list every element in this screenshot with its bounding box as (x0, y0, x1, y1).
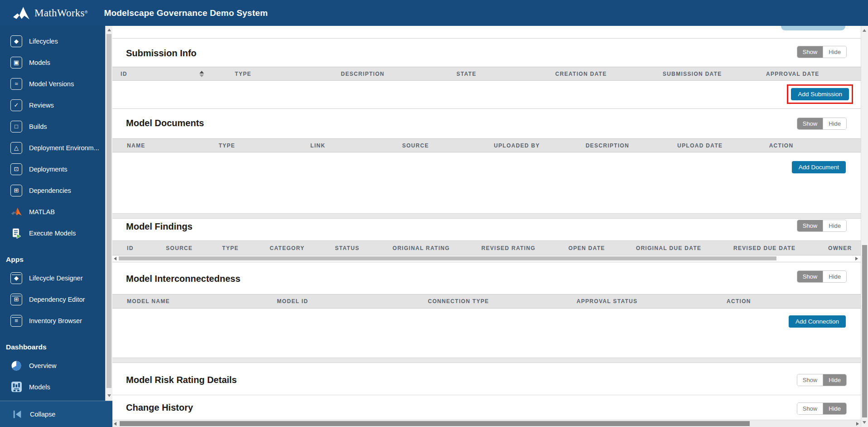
column-header-id: ID (121, 71, 235, 77)
scroll-left-arrow-icon[interactable] (114, 257, 116, 260)
sidebar-item-dependency-editor[interactable]: ⊞ Dependency Editor (0, 289, 105, 310)
column-header-source: SOURCE (402, 142, 494, 149)
section-title: Change History (112, 395, 861, 413)
column-header-name: NAME (127, 142, 218, 149)
lifecycle-designer-icon: ◆ (10, 272, 22, 284)
mathworks-triangle-icon (13, 6, 30, 20)
app-header: MathWorks® Modelscape Governance Demo Sy… (0, 0, 868, 26)
add-connection-button[interactable]: Add Connection (789, 315, 846, 328)
sidebar-item-lifecycles[interactable]: ◆ Lifecycles (0, 30, 105, 52)
hide-button[interactable]: Hide (823, 118, 846, 129)
partial-button[interactable] (781, 26, 845, 30)
section-submission-info: Submission Info Show Hide ID TYPE DESCRI… (112, 39, 861, 109)
scroll-left-arrow-icon[interactable] (114, 422, 116, 426)
horizontal-scrollbar-thumb[interactable] (119, 256, 776, 260)
scroll-right-arrow-icon[interactable] (856, 422, 859, 426)
findings-horizontal-scrollbar (112, 255, 861, 262)
show-button[interactable]: Show (797, 118, 823, 129)
column-header-category: CATEGORY (270, 245, 335, 251)
page-horizontal-scrollbar (112, 420, 861, 427)
dependency-editor-icon: ⊞ (10, 294, 22, 305)
sidebar-scrollbar (105, 26, 112, 401)
section-title: Submission Info (112, 39, 861, 59)
table-header-row: ID TYPE DESCRIPTION STATE CREATION DATE … (112, 67, 861, 81)
show-hide-toggle: Show Hide (797, 220, 846, 231)
overview-pie-icon (10, 360, 22, 372)
section-model-findings: Model Findings Show Hide ID SOURCE TYPE … (112, 219, 861, 262)
show-button[interactable]: Show (797, 46, 823, 58)
sidebar-scrollbar-thumb[interactable] (107, 34, 112, 388)
scroll-up-arrow-icon[interactable] (863, 29, 866, 32)
column-header-link: LINK (310, 142, 402, 149)
add-document-button[interactable]: Add Document (792, 161, 846, 173)
scroll-down-arrow-icon[interactable] (107, 394, 111, 397)
column-header-owner: OWNER (828, 245, 861, 251)
horizontal-scrollbar-thumb[interactable] (120, 421, 750, 426)
matlab-icon (10, 206, 22, 218)
section-divider (112, 213, 861, 219)
sidebar: ◆ Lifecycles ▣ Models ≈ Model Versions ✓… (0, 26, 105, 401)
sidebar-item-model-versions[interactable]: ≈ Model Versions (0, 73, 105, 94)
scroll-right-arrow-icon[interactable] (855, 257, 858, 260)
table-header-row: ID SOURCE TYPE CATEGORY STATUS ORIGINAL … (112, 240, 861, 255)
hide-button[interactable]: Hide (823, 220, 846, 231)
sidebar-item-inventory-browser[interactable]: ≡ Inventory Browser (0, 310, 105, 331)
column-header-approval-date: APPROVAL DATE (766, 71, 861, 77)
sidebar-section-dashboards: Dashboards (0, 331, 105, 355)
sort-icon[interactable] (199, 71, 204, 77)
sidebar-item-dependencies[interactable]: ⊞ Dependencies (0, 180, 105, 201)
hide-button[interactable]: Hide (823, 403, 846, 414)
scroll-down-arrow-icon[interactable] (863, 421, 866, 424)
sidebar-item-builds[interactable]: □ Builds (0, 116, 105, 137)
column-header-id: ID (127, 245, 166, 251)
scroll-up-arrow-icon[interactable] (107, 29, 111, 31)
column-header-model-name: MODEL NAME (127, 298, 277, 304)
deployments-icon: ⊡ (10, 163, 22, 175)
column-header-approval-status: APPROVAL STATUS (577, 298, 727, 304)
collapse-button[interactable]: Collapse (0, 401, 112, 427)
show-hide-toggle: Show Hide (797, 271, 846, 282)
sidebar-item-reviews[interactable]: ✓ Reviews (0, 94, 105, 116)
show-hide-toggle: Show Hide (797, 374, 846, 386)
column-header-description: DESCRIPTION (586, 142, 677, 149)
column-header-submission-date: SUBMISSION DATE (663, 71, 766, 77)
show-button[interactable]: Show (797, 271, 823, 282)
show-button[interactable]: Show (797, 403, 823, 414)
table-body: Add Submission (112, 81, 861, 109)
sidebar-item-lifecycle-designer[interactable]: ◆ Lifecycle Designer (0, 267, 105, 289)
registered-mark: ® (85, 10, 88, 14)
column-header-state: STATE (456, 71, 555, 77)
sidebar-item-deployments[interactable]: ⊡ Deployments (0, 158, 105, 180)
table-body: Add Connection (112, 309, 861, 358)
column-header-type: TYPE (235, 71, 341, 77)
column-header-connection-type: CONNECTION TYPE (428, 298, 577, 304)
sidebar-item-models[interactable]: ▣ Models (0, 52, 105, 73)
section-divider (112, 358, 861, 363)
sidebar-item-execute-models[interactable]: Execute Models (0, 222, 105, 244)
model-versions-icon: ≈ (10, 78, 22, 90)
show-hide-toggle: Show Hide (797, 46, 846, 58)
reviews-icon: ✓ (10, 99, 22, 111)
main-vertical-scrollbar (861, 26, 868, 427)
sidebar-item-deployment-environments[interactable]: △ Deployment Environm... (0, 137, 105, 158)
show-hide-toggle: Show Hide (797, 403, 846, 414)
add-submission-button[interactable]: Add Submission (791, 88, 849, 100)
sidebar-item-overview[interactable]: Overview (0, 355, 105, 376)
models-dashboard-icon (10, 381, 22, 393)
hide-button[interactable]: Hide (823, 374, 846, 386)
vertical-scrollbar-thumb[interactable] (862, 245, 867, 417)
sidebar-item-models-dashboard[interactable]: Models (0, 376, 105, 398)
show-button[interactable]: Show (797, 374, 823, 386)
column-header-original-due-date: ORIGINAL DUE DATE (636, 245, 733, 251)
top-strip (112, 26, 861, 39)
column-header-upload-date: UPLOAD DATE (677, 142, 769, 149)
sidebar-item-matlab[interactable]: MATLAB (0, 201, 105, 222)
column-header-creation-date: CREATION DATE (555, 71, 663, 77)
hide-button[interactable]: Hide (823, 271, 846, 282)
hide-button[interactable]: Hide (823, 46, 846, 58)
column-header-revised-rating: REVISED RATING (481, 245, 568, 251)
collapse-icon (11, 408, 23, 420)
sidebar-section-apps: Apps (0, 244, 105, 267)
show-button[interactable]: Show (797, 220, 823, 231)
models-icon: ▣ (10, 57, 22, 69)
